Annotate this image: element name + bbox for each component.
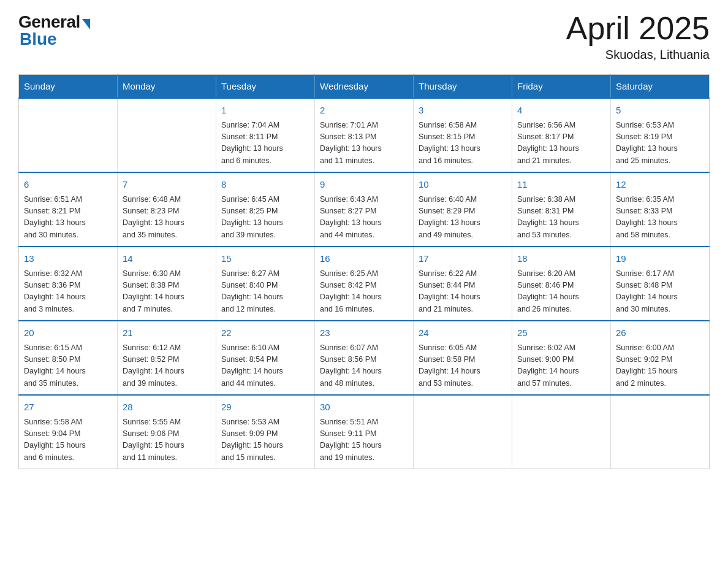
- day-info: Sunrise: 6:56 AM Sunset: 8:17 PM Dayligh…: [517, 120, 605, 167]
- calendar-cell: 25Sunrise: 6:02 AM Sunset: 9:00 PM Dayli…: [512, 321, 611, 395]
- day-info: Sunrise: 7:04 AM Sunset: 8:11 PM Dayligh…: [221, 120, 309, 167]
- calendar-cell: 17Sunrise: 6:22 AM Sunset: 8:44 PM Dayli…: [414, 247, 512, 321]
- day-info: Sunrise: 5:55 AM Sunset: 9:06 PM Dayligh…: [123, 416, 211, 464]
- page-header: General Blue April 2025 Skuodas, Lithuan…: [18, 12, 710, 62]
- calendar-cell: 24Sunrise: 6:05 AM Sunset: 8:58 PM Dayli…: [414, 321, 512, 395]
- day-number: 11: [517, 178, 605, 192]
- day-number: 18: [517, 252, 605, 266]
- calendar-cell: 23Sunrise: 6:07 AM Sunset: 8:56 PM Dayli…: [315, 321, 414, 395]
- calendar-cell: 11Sunrise: 6:38 AM Sunset: 8:31 PM Dayli…: [512, 172, 611, 247]
- day-info: Sunrise: 6:27 AM Sunset: 8:40 PM Dayligh…: [221, 268, 309, 316]
- day-number: 13: [24, 252, 112, 266]
- day-number: 29: [221, 400, 309, 415]
- header-saturday: Saturday: [611, 75, 710, 99]
- calendar-week-row: 27Sunrise: 5:58 AM Sunset: 9:04 PM Dayli…: [19, 395, 710, 469]
- day-info: Sunrise: 6:38 AM Sunset: 8:31 PM Dayligh…: [517, 194, 605, 242]
- day-number: 10: [419, 178, 507, 192]
- day-number: 7: [123, 178, 211, 192]
- day-number: 22: [221, 326, 309, 340]
- calendar-cell: 6Sunrise: 6:51 AM Sunset: 8:21 PM Daylig…: [19, 172, 118, 247]
- day-info: Sunrise: 6:20 AM Sunset: 8:46 PM Dayligh…: [517, 268, 605, 316]
- day-number: 16: [320, 252, 408, 266]
- day-info: Sunrise: 6:58 AM Sunset: 8:15 PM Dayligh…: [419, 120, 507, 167]
- calendar-cell: 18Sunrise: 6:20 AM Sunset: 8:46 PM Dayli…: [512, 247, 611, 321]
- header-monday: Monday: [118, 75, 216, 99]
- calendar-table: Sunday Monday Tuesday Wednesday Thursday…: [18, 74, 710, 469]
- day-info: Sunrise: 6:10 AM Sunset: 8:54 PM Dayligh…: [221, 342, 309, 390]
- day-number: 23: [320, 326, 408, 340]
- calendar-cell: 15Sunrise: 6:27 AM Sunset: 8:40 PM Dayli…: [216, 247, 315, 321]
- logo: General Blue: [18, 12, 90, 49]
- calendar-cell: [512, 395, 611, 469]
- day-number: 21: [123, 326, 211, 340]
- title-section: April 2025 Skuodas, Lithuania: [566, 12, 710, 62]
- day-info: Sunrise: 6:22 AM Sunset: 8:44 PM Dayligh…: [419, 268, 507, 316]
- day-info: Sunrise: 6:43 AM Sunset: 8:27 PM Dayligh…: [320, 194, 408, 242]
- calendar-cell: 21Sunrise: 6:12 AM Sunset: 8:52 PM Dayli…: [118, 321, 216, 395]
- calendar-cell: 12Sunrise: 6:35 AM Sunset: 8:33 PM Dayli…: [611, 172, 710, 247]
- day-info: Sunrise: 6:40 AM Sunset: 8:29 PM Dayligh…: [419, 194, 507, 242]
- day-number: 24: [419, 326, 507, 340]
- day-info: Sunrise: 6:51 AM Sunset: 8:21 PM Dayligh…: [24, 194, 112, 242]
- calendar-cell: [118, 98, 216, 172]
- calendar-cell: 8Sunrise: 6:45 AM Sunset: 8:25 PM Daylig…: [216, 172, 315, 247]
- day-number: 27: [24, 400, 112, 415]
- day-number: 25: [517, 326, 605, 340]
- day-number: 12: [616, 178, 704, 192]
- calendar-week-row: 1Sunrise: 7:04 AM Sunset: 8:11 PM Daylig…: [19, 98, 710, 172]
- calendar-cell: 3Sunrise: 6:58 AM Sunset: 8:15 PM Daylig…: [414, 98, 512, 172]
- day-number: 2: [320, 104, 408, 118]
- day-number: 1: [221, 104, 309, 118]
- calendar-cell: 29Sunrise: 5:53 AM Sunset: 9:09 PM Dayli…: [216, 395, 315, 469]
- calendar-cell: [611, 395, 710, 469]
- day-info: Sunrise: 6:45 AM Sunset: 8:25 PM Dayligh…: [221, 194, 309, 242]
- calendar-cell: 4Sunrise: 6:56 AM Sunset: 8:17 PM Daylig…: [512, 98, 611, 172]
- location-text: Skuodas, Lithuania: [566, 48, 710, 62]
- header-friday: Friday: [512, 75, 611, 99]
- calendar-week-row: 13Sunrise: 6:32 AM Sunset: 8:36 PM Dayli…: [19, 247, 710, 321]
- day-number: 5: [616, 104, 704, 118]
- day-info: Sunrise: 6:07 AM Sunset: 8:56 PM Dayligh…: [320, 342, 408, 390]
- calendar-cell: 26Sunrise: 6:00 AM Sunset: 9:02 PM Dayli…: [611, 321, 710, 395]
- day-info: Sunrise: 6:53 AM Sunset: 8:19 PM Dayligh…: [616, 120, 704, 167]
- day-info: Sunrise: 5:53 AM Sunset: 9:09 PM Dayligh…: [221, 416, 309, 464]
- calendar-week-row: 20Sunrise: 6:15 AM Sunset: 8:50 PM Dayli…: [19, 321, 710, 395]
- day-info: Sunrise: 5:58 AM Sunset: 9:04 PM Dayligh…: [24, 416, 112, 464]
- day-info: Sunrise: 6:30 AM Sunset: 8:38 PM Dayligh…: [123, 268, 211, 316]
- day-info: Sunrise: 6:25 AM Sunset: 8:42 PM Dayligh…: [320, 268, 408, 316]
- calendar-cell: [414, 395, 512, 469]
- day-number: 28: [123, 400, 211, 415]
- calendar-cell: 28Sunrise: 5:55 AM Sunset: 9:06 PM Dayli…: [118, 395, 216, 469]
- day-number: 4: [517, 104, 605, 118]
- calendar-week-row: 6Sunrise: 6:51 AM Sunset: 8:21 PM Daylig…: [19, 172, 710, 247]
- weekday-header-row: Sunday Monday Tuesday Wednesday Thursday…: [19, 75, 710, 99]
- day-number: 9: [320, 178, 408, 192]
- calendar-cell: 1Sunrise: 7:04 AM Sunset: 8:11 PM Daylig…: [216, 98, 315, 172]
- calendar-cell: 2Sunrise: 7:01 AM Sunset: 8:13 PM Daylig…: [315, 98, 414, 172]
- day-number: 3: [419, 104, 507, 118]
- day-info: Sunrise: 6:48 AM Sunset: 8:23 PM Dayligh…: [123, 194, 211, 242]
- calendar-cell: 27Sunrise: 5:58 AM Sunset: 9:04 PM Dayli…: [19, 395, 118, 469]
- month-title: April 2025: [566, 12, 710, 44]
- day-info: Sunrise: 7:01 AM Sunset: 8:13 PM Dayligh…: [320, 120, 408, 167]
- day-number: 8: [221, 178, 309, 192]
- day-number: 19: [616, 252, 704, 266]
- calendar-cell: [19, 98, 118, 172]
- header-tuesday: Tuesday: [216, 75, 315, 99]
- calendar-cell: 14Sunrise: 6:30 AM Sunset: 8:38 PM Dayli…: [118, 247, 216, 321]
- day-info: Sunrise: 6:00 AM Sunset: 9:02 PM Dayligh…: [616, 342, 704, 390]
- calendar-cell: 16Sunrise: 6:25 AM Sunset: 8:42 PM Dayli…: [315, 247, 414, 321]
- calendar-cell: 19Sunrise: 6:17 AM Sunset: 8:48 PM Dayli…: [611, 247, 710, 321]
- calendar-cell: 13Sunrise: 6:32 AM Sunset: 8:36 PM Dayli…: [19, 247, 118, 321]
- day-number: 30: [320, 400, 408, 415]
- calendar-cell: 22Sunrise: 6:10 AM Sunset: 8:54 PM Dayli…: [216, 321, 315, 395]
- day-number: 26: [616, 326, 704, 340]
- logo-blue-text: Blue: [20, 29, 57, 49]
- header-wednesday: Wednesday: [315, 75, 414, 99]
- day-number: 17: [419, 252, 507, 266]
- calendar-cell: 30Sunrise: 5:51 AM Sunset: 9:11 PM Dayli…: [315, 395, 414, 469]
- day-info: Sunrise: 6:15 AM Sunset: 8:50 PM Dayligh…: [24, 342, 112, 390]
- calendar-cell: 5Sunrise: 6:53 AM Sunset: 8:19 PM Daylig…: [611, 98, 710, 172]
- calendar-cell: 7Sunrise: 6:48 AM Sunset: 8:23 PM Daylig…: [118, 172, 216, 247]
- calendar-cell: 20Sunrise: 6:15 AM Sunset: 8:50 PM Dayli…: [19, 321, 118, 395]
